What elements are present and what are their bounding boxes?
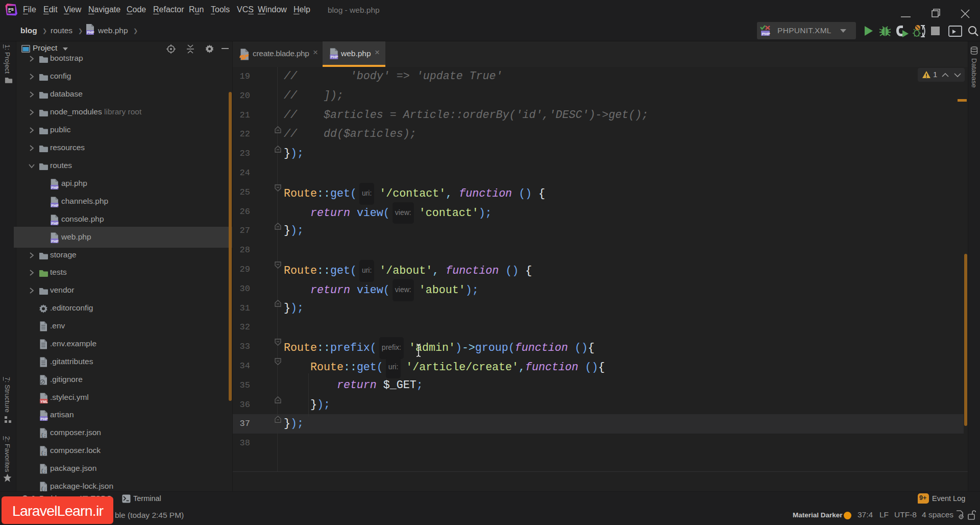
svg-text:PHP: PHP — [87, 31, 94, 34]
svg-text:PHP: PHP — [762, 32, 770, 36]
svg-text:PS: PS — [8, 7, 14, 12]
